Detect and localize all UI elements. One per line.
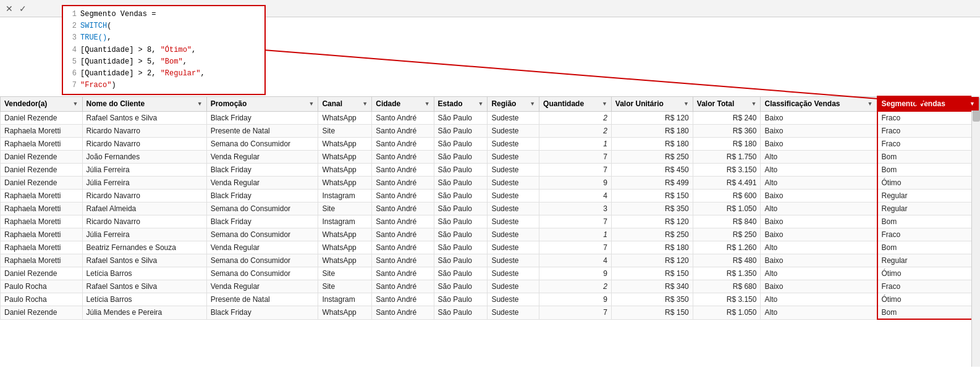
table-cell: João Fernandes	[82, 151, 206, 164]
table-cell: Sudeste	[488, 280, 539, 293]
filter-icon[interactable]: ▼	[969, 101, 975, 107]
table-cell: R$ 240	[693, 111, 761, 125]
data-table: Vendedor(a)▼Nome do Cliente▼Promoção▼Can…	[0, 96, 980, 320]
table-cell: Santo André	[372, 164, 434, 177]
table-cell: Bom	[877, 306, 980, 320]
table-cell: R$ 600	[693, 190, 761, 202]
table-cell: Ricardo Navarro	[82, 215, 206, 228]
table-cell: Raphaela Moretti	[1, 254, 83, 267]
table-cell: R$ 180	[611, 125, 693, 138]
filter-icon[interactable]: ▼	[197, 101, 203, 107]
column-label: Cidade	[376, 99, 400, 108]
column-header-cidade[interactable]: Cidade▼	[372, 96, 434, 111]
table-cell: 7	[539, 164, 612, 177]
table-cell: Semana do Consumidor	[206, 138, 318, 151]
filter-icon[interactable]: ▼	[530, 101, 535, 107]
column-label: Promoção	[211, 99, 247, 108]
confirm-button[interactable]: ✓	[17, 3, 28, 14]
table-cell: Sudeste	[488, 111, 539, 125]
table-cell: Júlia Mendes e Pereira	[82, 306, 206, 320]
filter-icon[interactable]: ▼	[73, 101, 78, 107]
table-cell: Santo André	[372, 267, 434, 280]
table-cell: São Paulo	[434, 138, 488, 151]
table-cell: WhatsApp	[318, 138, 372, 151]
line-number: 7	[68, 80, 77, 91]
column-header-nome-do-cliente[interactable]: Nome do Cliente▼	[82, 96, 206, 111]
scrollbar[interactable]	[971, 96, 980, 367]
table-cell: Júlia Ferreira	[82, 228, 206, 241]
table-cell: Sudeste	[488, 215, 539, 228]
filter-icon[interactable]: ▼	[602, 101, 607, 107]
column-header-classificação-vendas[interactable]: Classificação Vendas▼	[761, 96, 877, 111]
table-cell: 7	[539, 241, 612, 254]
table-cell: Santo André	[372, 293, 434, 306]
filter-icon[interactable]: ▼	[425, 101, 430, 107]
table-cell: Alto	[761, 202, 877, 215]
table-cell: Baixo	[761, 228, 877, 241]
table-cell: Santo André	[372, 125, 434, 138]
column-label: Nome do Cliente	[87, 99, 145, 108]
table-cell: R$ 840	[693, 215, 761, 228]
table-row: Raphaela MorettiBeatriz Fernandes e Souz…	[1, 241, 980, 254]
filter-icon[interactable]: ▼	[751, 101, 757, 107]
table-cell: São Paulo	[434, 215, 488, 228]
table-cell: São Paulo	[434, 280, 488, 293]
table-cell: Instagram	[318, 293, 372, 306]
data-table-wrapper[interactable]: Vendedor(a)▼Nome do Cliente▼Promoção▼Can…	[0, 96, 980, 367]
column-header-vendedor(a)[interactable]: Vendedor(a)▼	[1, 96, 83, 111]
table-cell: Letícia Barros	[82, 267, 206, 280]
column-header-segmento-vendas[interactable]: Segmento Vendas▼	[877, 96, 980, 111]
table-cell: R$ 480	[693, 254, 761, 267]
table-cell: Raphaela Moretti	[1, 228, 83, 241]
table-cell: Beatriz Fernandes e Souza	[82, 241, 206, 254]
table-cell: Santo André	[372, 111, 434, 125]
column-header-região[interactable]: Região▼	[488, 96, 539, 111]
table-cell: Alto	[761, 164, 877, 177]
column-label: Região	[491, 99, 516, 108]
column-header-promoção[interactable]: Promoção▼	[206, 96, 318, 111]
line-number: 1	[68, 9, 77, 20]
table-row: Paulo RochaRafael Santos e SilvaVenda Re…	[1, 280, 980, 293]
table-cell: Júlia Ferreira	[82, 164, 206, 177]
column-header-estado[interactable]: Estado▼	[434, 96, 488, 111]
table-cell: Site	[318, 125, 372, 138]
table-cell: Júlia Ferreira	[82, 177, 206, 190]
cancel-button[interactable]: ✕	[4, 3, 15, 14]
table-cell: Santo André	[372, 254, 434, 267]
table-cell: 7	[539, 215, 612, 228]
column-header-valor-total[interactable]: Valor Total▼	[693, 96, 761, 111]
formula-line: 1Segmento Vendas =	[68, 9, 260, 20]
column-label: Classificação Vendas	[764, 99, 840, 108]
column-header-quantidade[interactable]: Quantidade▼	[539, 96, 612, 111]
filter-icon[interactable]: ▼	[478, 101, 483, 107]
table-cell: Ótimo	[877, 177, 980, 190]
table-row: Raphaela MorettiRicardo NavarroBlack Fri…	[1, 190, 980, 202]
filter-icon[interactable]: ▼	[868, 101, 873, 107]
table-row: Daniel RezendeJúlia Mendes e PereiraBlac…	[1, 306, 980, 320]
table-cell: R$ 250	[693, 228, 761, 241]
table-row: Raphaela MorettiRicardo NavarroSemana do…	[1, 138, 980, 151]
table-cell: Ricardo Navarro	[82, 138, 206, 151]
table-cell: Rafael Almeida	[82, 202, 206, 215]
filter-icon[interactable]: ▼	[309, 101, 315, 107]
table-cell: WhatsApp	[318, 177, 372, 190]
table-cell: Regular	[877, 202, 980, 215]
table-cell: Raphaela Moretti	[1, 190, 83, 202]
table-cell: Santo André	[372, 190, 434, 202]
formula-line: 6 [Quantidade] > 2, "Regular",	[68, 68, 260, 80]
line-text: SWITCH(	[80, 20, 111, 32]
table-cell: São Paulo	[434, 190, 488, 202]
column-header-valor-unitário[interactable]: Valor Unitário▼	[611, 96, 693, 111]
table-cell: São Paulo	[434, 241, 488, 254]
table-cell: Sudeste	[488, 254, 539, 267]
filter-icon[interactable]: ▼	[362, 101, 368, 107]
table-cell: 1	[539, 228, 612, 241]
filter-icon[interactable]: ▼	[683, 101, 689, 107]
table-cell: São Paulo	[434, 267, 488, 280]
table-cell: Alto	[761, 177, 877, 190]
table-cell: Rafael Santos e Silva	[82, 111, 206, 125]
column-header-canal[interactable]: Canal▼	[318, 96, 372, 111]
table-cell: Rafael Santos e Silva	[82, 280, 206, 293]
main-container: ✕ ✓ 1Segmento Vendas =2SWITCH(3 TRUE(),4…	[0, 0, 980, 367]
table-cell: Raphaela Moretti	[1, 125, 83, 138]
